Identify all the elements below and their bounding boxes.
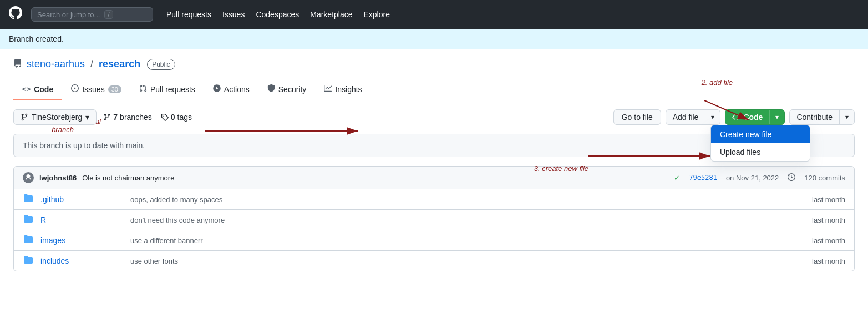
- code-button[interactable]: Code ▾: [725, 109, 785, 125]
- repo-name-link[interactable]: research: [99, 58, 140, 70]
- issues-count: 30: [108, 85, 121, 93]
- history-icon: [788, 173, 795, 183]
- repo-owner-link[interactable]: steno-aarhus: [27, 58, 85, 70]
- repo-header: steno-aarhus / research Public: [13, 58, 855, 70]
- tags-link[interactable]: 0 tags: [161, 113, 192, 122]
- code-button-chevron-icon: ▾: [770, 110, 784, 124]
- table-row: images use a different bannerr last mont…: [14, 230, 854, 251]
- commits-count-link[interactable]: 120 commits: [804, 174, 845, 182]
- nav-issues[interactable]: Issues: [222, 10, 245, 19]
- branches-count: 7: [113, 113, 118, 122]
- tab-actions-label: Actions: [224, 85, 250, 94]
- folder-icon: [23, 235, 34, 246]
- commit-info-row: lwjohnst86 Ole is not chairman anymore ✓…: [13, 166, 855, 189]
- contribute-button[interactable]: Contribute ▾: [789, 109, 855, 125]
- branch-chevron-icon: ▾: [85, 113, 89, 122]
- contribute-label: Contribute: [790, 110, 840, 124]
- tab-insights-label: Insights: [335, 85, 362, 94]
- tab-security[interactable]: Security: [258, 79, 316, 100]
- tab-code-label: Code: [34, 85, 53, 94]
- file-time: last month: [812, 195, 845, 204]
- file-commit-msg: use other fonts: [130, 257, 805, 265]
- file-commit-msg: oops, added to many spaces: [130, 195, 805, 204]
- committer-avatar: [23, 172, 34, 183]
- nav-pull-requests[interactable]: Pull requests: [166, 10, 211, 19]
- security-icon: [267, 84, 275, 94]
- branch-left: TineStorebjerg ▾ 7 branches 0 tags: [13, 109, 192, 125]
- upload-files-item[interactable]: Upload files: [711, 143, 810, 161]
- commit-right: ✓ 79e5281 on Nov 21, 2022 120 commits: [674, 173, 845, 183]
- go-to-file-button[interactable]: Go to file: [613, 109, 661, 125]
- issues-icon: [71, 84, 79, 94]
- topnav-links: Pull requests Issues Codespaces Marketpl…: [166, 10, 390, 19]
- code-icon: <>: [22, 85, 31, 93]
- search-placeholder: Search or jump to...: [37, 11, 100, 19]
- branches-link[interactable]: 7 branches: [103, 113, 151, 122]
- nav-explore[interactable]: Explore: [364, 10, 390, 19]
- annotation-3: 3. create new file: [534, 164, 588, 173]
- annotation-2: 2. add file: [702, 78, 733, 87]
- file-time: last month: [812, 216, 845, 224]
- commit-date: on Nov 21, 2022: [726, 174, 779, 182]
- folder-icon: [23, 194, 34, 205]
- file-commit-msg: use a different bannerr: [130, 236, 805, 245]
- contribute-chevron-icon: ▾: [840, 110, 854, 124]
- repo-separator: /: [90, 58, 93, 70]
- commit-sha-link[interactable]: 79e5281: [689, 174, 717, 182]
- tab-issues[interactable]: Issues 30: [62, 79, 130, 100]
- tab-insights[interactable]: Insights: [315, 79, 370, 100]
- branch-selector[interactable]: TineStorebjerg ▾: [13, 109, 97, 125]
- table-row: .github oops, added to many spaces last …: [14, 189, 854, 210]
- folder-icon: [23, 214, 34, 225]
- nav-codespaces[interactable]: Codespaces: [256, 10, 299, 19]
- tab-code[interactable]: <> Code: [13, 79, 62, 100]
- commit-author[interactable]: lwjohnst86: [39, 174, 77, 182]
- code-button-label: Code: [725, 110, 770, 124]
- top-navigation: Search or jump to... / Pull requests Iss…: [0, 0, 868, 29]
- main-area: 1. work in your personalbranch 2. add fi…: [13, 100, 855, 280]
- file-name-link[interactable]: R: [40, 215, 124, 224]
- search-bar[interactable]: Search or jump to... /: [31, 7, 153, 22]
- visibility-badge: Public: [147, 59, 175, 70]
- file-name-link[interactable]: .github: [40, 195, 124, 204]
- banner-message: Branch created.: [9, 34, 64, 43]
- add-file-label: Add file: [666, 110, 706, 124]
- actions-icon: [213, 84, 221, 94]
- branch-name: TineStorebjerg: [32, 113, 82, 122]
- page-content: steno-aarhus / research Public <> Code I…: [0, 49, 868, 289]
- folder-icon: [23, 255, 34, 266]
- tab-pr-label: Pull requests: [150, 85, 195, 94]
- branch-created-banner: Branch created.: [0, 29, 868, 49]
- branches-label: branches: [120, 113, 152, 122]
- tags-label: tags: [177, 113, 192, 122]
- branch-right: Go to file Add file ▾ Code ▾ Create new …: [613, 109, 855, 125]
- tab-pull-requests[interactable]: Pull requests: [130, 79, 204, 100]
- nav-marketplace[interactable]: Marketplace: [310, 10, 352, 19]
- add-file-dropdown: Create new file Upload files: [710, 125, 810, 162]
- repo-icon: [13, 59, 22, 70]
- file-table: .github oops, added to many spaces last …: [13, 189, 855, 271]
- pull-request-icon: [139, 84, 147, 94]
- table-row: R don't need this code anymore last mont…: [14, 210, 854, 230]
- tab-security-label: Security: [278, 85, 307, 94]
- branch-status-message: This branch is up to date with main.: [23, 141, 145, 150]
- tab-issues-label: Issues: [82, 85, 104, 94]
- create-new-file-item[interactable]: Create new file: [711, 125, 810, 143]
- search-kbd: /: [104, 10, 113, 19]
- commit-check-icon: ✓: [674, 174, 680, 182]
- file-commit-msg: don't need this code anymore: [130, 216, 805, 224]
- tags-count: 0: [171, 113, 175, 122]
- insights-icon: [324, 84, 332, 94]
- add-file-chevron-icon: ▾: [705, 110, 720, 124]
- file-time: last month: [812, 236, 845, 245]
- commit-message: Ole is not chairman anymore: [82, 174, 174, 182]
- table-row: includes use other fonts last month: [14, 251, 854, 271]
- file-name-link[interactable]: includes: [40, 256, 124, 265]
- add-file-button[interactable]: Add file ▾: [666, 109, 721, 125]
- branch-meta: 7 branches 0 tags: [103, 113, 192, 122]
- branch-bar: TineStorebjerg ▾ 7 branches 0 tags: [13, 109, 855, 125]
- github-logo-icon[interactable]: [9, 6, 22, 23]
- file-time: last month: [812, 257, 845, 265]
- file-name-link[interactable]: images: [40, 236, 124, 245]
- tab-actions[interactable]: Actions: [204, 79, 258, 100]
